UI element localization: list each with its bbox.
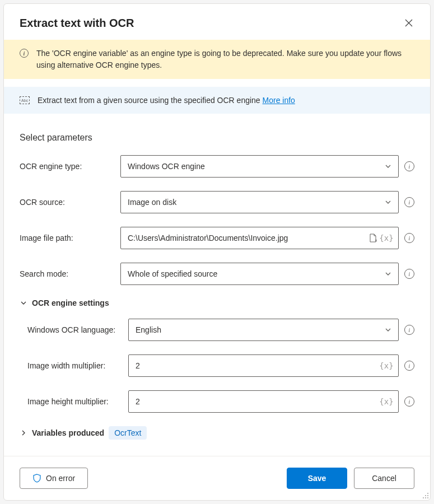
ocr-icon: Abc: [20, 96, 30, 104]
source-select[interactable]: Image on disk: [120, 191, 399, 213]
engine-type-select[interactable]: Windows OCR engine: [120, 155, 399, 178]
engine-type-value: Windows OCR engine: [128, 162, 205, 171]
width-mult-input-wrap: {x}: [128, 354, 399, 377]
dialog-body: Select parameters OCR engine type: Windo…: [4, 114, 430, 456]
width-mult-label: Image width multiplier:: [20, 361, 122, 370]
language-select[interactable]: English: [128, 319, 399, 341]
help-icon[interactable]: i: [404, 269, 414, 279]
variable-picker-icon[interactable]: {x}: [381, 396, 391, 407]
help-icon[interactable]: i: [404, 233, 414, 243]
field-file-path: Image file path: {x} i: [20, 227, 414, 249]
variable-tag[interactable]: OcrText: [109, 426, 147, 440]
chevron-down-icon: [20, 299, 27, 307]
variables-label: Variables produced: [32, 428, 104, 437]
source-label: OCR source:: [20, 198, 114, 207]
language-label: Windows OCR language:: [20, 325, 122, 334]
svg-point-5: [427, 497, 428, 498]
field-language: Windows OCR language: English i: [20, 319, 414, 341]
close-icon: [405, 19, 413, 27]
help-icon[interactable]: i: [404, 396, 414, 407]
variable-picker-icon[interactable]: {x}: [381, 233, 391, 243]
description-body: Extract text from a given source using t…: [38, 96, 263, 105]
file-path-input-wrap: {x}: [120, 227, 399, 249]
svg-point-3: [423, 497, 424, 498]
source-value: Image on disk: [128, 198, 176, 207]
shield-icon: [32, 474, 41, 483]
deprecation-warning: i The 'OCR engine variable' as an engine…: [4, 40, 430, 79]
chevron-right-icon: [20, 429, 27, 437]
ocr-dialog: Extract text with OCR i The 'OCR engine …: [3, 3, 431, 501]
variable-picker-icon[interactable]: {x}: [381, 361, 391, 371]
warning-text: The 'OCR engine variable' as an engine t…: [36, 48, 414, 71]
chevron-down-icon: [385, 270, 391, 277]
field-engine-type: OCR engine type: Windows OCR engine i: [20, 155, 414, 178]
svg-point-4: [425, 497, 426, 498]
search-mode-value: Whole of specified source: [128, 269, 217, 278]
chevron-down-icon: [385, 326, 391, 333]
help-icon[interactable]: i: [404, 161, 414, 171]
save-label: Save: [308, 474, 326, 483]
height-mult-label: Image height multiplier:: [20, 397, 122, 406]
help-icon[interactable]: i: [404, 325, 414, 335]
help-icon[interactable]: i: [404, 197, 414, 207]
height-mult-input[interactable]: [136, 397, 381, 406]
variables-toggle[interactable]: Variables produced OcrText: [20, 426, 414, 440]
engine-settings-toggle[interactable]: OCR engine settings: [20, 298, 414, 307]
save-button[interactable]: Save: [287, 468, 347, 489]
engine-settings-label: OCR engine settings: [32, 298, 109, 307]
cancel-button[interactable]: Cancel: [354, 468, 414, 489]
engine-settings-group: Windows OCR language: English i Image wi…: [20, 319, 414, 413]
dialog-footer: On error Save Cancel: [4, 456, 430, 500]
field-height-mult: Image height multiplier: {x} i: [20, 390, 414, 413]
chevron-down-icon: [385, 199, 391, 206]
svg-point-0: [427, 493, 428, 494]
on-error-label: On error: [46, 474, 75, 483]
file-path-label: Image file path:: [20, 234, 114, 242]
more-info-link[interactable]: More info: [263, 96, 295, 105]
height-mult-input-wrap: {x}: [128, 390, 399, 413]
engine-type-label: OCR engine type:: [20, 162, 114, 171]
description-text: Extract text from a given source using t…: [38, 96, 295, 105]
description-banner: Abc Extract text from a given source usi…: [4, 87, 430, 114]
info-icon: i: [20, 49, 29, 58]
field-search-mode: Search mode: Whole of specified source i: [20, 263, 414, 285]
field-width-mult: Image width multiplier: {x} i: [20, 354, 414, 377]
section-title: Select parameters: [20, 133, 414, 143]
help-icon[interactable]: i: [404, 361, 414, 371]
search-mode-select[interactable]: Whole of specified source: [120, 263, 399, 285]
svg-point-1: [425, 495, 426, 496]
dialog-header: Extract text with OCR: [4, 4, 430, 40]
search-mode-label: Search mode:: [20, 269, 114, 278]
chevron-down-icon: [385, 163, 391, 170]
dialog-title: Extract text with OCR: [20, 17, 134, 30]
cancel-label: Cancel: [372, 474, 396, 483]
close-button[interactable]: [401, 15, 417, 31]
file-picker-icon[interactable]: [368, 233, 378, 243]
svg-point-2: [427, 495, 428, 496]
language-value: English: [136, 325, 161, 334]
width-mult-input[interactable]: [136, 361, 381, 370]
resize-grip-icon[interactable]: [421, 491, 429, 499]
field-source: OCR source: Image on disk i: [20, 191, 414, 213]
on-error-button[interactable]: On error: [20, 468, 88, 489]
file-path-input[interactable]: [128, 234, 368, 242]
